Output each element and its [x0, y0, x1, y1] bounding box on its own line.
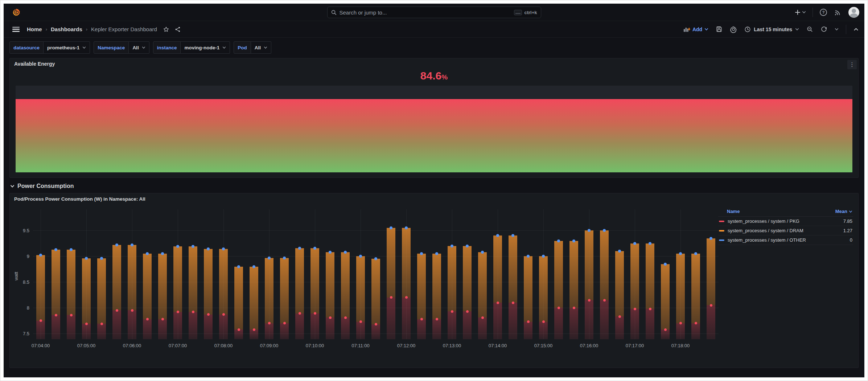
bar-segment-dram [676, 254, 685, 323]
legend-mean-header[interactable]: Mean [835, 209, 852, 214]
data-point-pkg [679, 322, 682, 324]
bar-segment-pkg [189, 312, 197, 339]
variable-pod-label[interactable]: Pod [234, 41, 251, 54]
bar-segment-dram [371, 259, 380, 324]
bar-segment-pkg [371, 324, 380, 339]
legend-row-pkg[interactable]: system_processes / system / PKG 7.85 [718, 217, 853, 226]
bar-segment-pkg [554, 308, 563, 339]
data-point-other [313, 247, 316, 250]
bar-segment-dram [112, 245, 121, 310]
variable-pod: Pod All [234, 41, 271, 54]
search-placeholder: Search or jump to... [340, 9, 511, 16]
gauge-empty-segment [16, 86, 852, 99]
bar-segment-dram [402, 228, 411, 298]
refresh-icon[interactable] [820, 26, 827, 33]
toolbar-divider [846, 25, 846, 34]
variable-instance-label[interactable]: instance [153, 41, 181, 54]
help-icon[interactable]: ? [819, 8, 827, 16]
grafana-app: Search or jump to... ctrl+k ? Home › [4, 4, 864, 377]
row-power-consumption[interactable]: Power Consumption [10, 183, 859, 189]
bar-segment-dram [417, 254, 426, 319]
bar-segment-dram [524, 256, 532, 321]
data-point-pkg [618, 315, 621, 318]
share-icon[interactable] [174, 26, 181, 33]
data-point-other [100, 257, 103, 260]
breadcrumb-separator: › [86, 26, 87, 32]
bar-segment-pkg [52, 315, 60, 339]
data-point-pkg [100, 323, 103, 325]
power-chart-title[interactable]: Pod/Process Power Consumption (W) in Nam… [10, 193, 858, 202]
new-menu-button[interactable] [795, 9, 806, 15]
grid-line-horizontal [33, 230, 719, 231]
bar-segment-dram [493, 235, 502, 303]
breadcrumb-dashboards[interactable]: Dashboards [51, 26, 82, 32]
data-point-pkg [695, 322, 697, 324]
bar-segment-dram [204, 249, 213, 314]
x-tick-label: 07:06:00 [123, 343, 141, 348]
series-color-dram [719, 230, 724, 232]
bar-segment-pkg [204, 315, 213, 339]
panel-menu-icon[interactable]: ⋮ [847, 60, 857, 69]
bar-segment-dram [585, 230, 593, 300]
bar-segment-dram [326, 252, 334, 318]
data-point-other [709, 237, 712, 240]
data-point-pkg [344, 316, 347, 319]
bar-segment-dram [691, 254, 700, 323]
data-point-pkg [573, 307, 575, 309]
breadcrumb-home[interactable]: Home [27, 26, 42, 32]
user-avatar[interactable] [848, 7, 859, 18]
variable-datasource-label[interactable]: datasource [9, 41, 44, 54]
collapse-up-icon[interactable] [853, 27, 859, 32]
bar-segment-pkg [82, 324, 91, 339]
add-panel-button[interactable]: Add [683, 26, 708, 32]
bar-segment-pkg [478, 318, 487, 339]
variable-instance-value[interactable]: moving-node-1 [181, 41, 230, 54]
bar-segment-pkg [509, 303, 517, 339]
dashboard-canvas: datasource prometheus-1 Namespace All in… [4, 38, 864, 377]
bar-segment-pkg [691, 323, 700, 339]
bar-segment-pkg [600, 300, 609, 339]
keyboard-icon [514, 10, 522, 15]
bar-segment-pkg [67, 315, 75, 339]
save-dashboard-button[interactable] [716, 26, 723, 33]
data-point-pkg [40, 319, 42, 322]
bar-segment-dram [509, 235, 517, 303]
available-energy-title[interactable]: Available Energy [14, 61, 55, 67]
menu-toggle-icon[interactable] [12, 27, 20, 32]
bar-segment-pkg [112, 310, 121, 339]
x-tick-label: 07:09:00 [260, 343, 279, 348]
variable-pod-value[interactable]: All [251, 41, 271, 54]
variable-namespace-value[interactable]: All [129, 41, 149, 54]
zoom-out-time-icon[interactable] [806, 26, 813, 33]
y-tick-label: 8.5 [23, 279, 33, 285]
chart-plot-area: 7.588.599.507:04:0007:05:0007:06:0007:07… [33, 209, 719, 339]
legend-row-other[interactable]: system_processes / system / OTHER 0 [718, 235, 853, 245]
legend-row-dram[interactable]: system_processes / system / DRAM 1.27 [718, 226, 853, 235]
variable-namespace-label[interactable]: Namespace [94, 41, 129, 54]
bar-segment-dram [356, 256, 365, 321]
bar-segment-dram [387, 228, 395, 298]
data-point-pkg [481, 316, 484, 319]
variables-row: datasource prometheus-1 Namespace All in… [9, 41, 859, 54]
data-point-other [481, 251, 484, 254]
bar-segment-pkg [402, 298, 411, 339]
data-point-pkg [131, 309, 133, 312]
data-point-other [237, 265, 240, 268]
time-range-picker[interactable]: Last 15 minutes [744, 26, 799, 33]
legend-name-header[interactable]: Name [727, 209, 740, 214]
data-point-other [252, 265, 255, 268]
data-point-pkg [283, 322, 286, 324]
grafana-logo-icon[interactable] [12, 8, 21, 17]
refresh-interval-dropdown[interactable] [835, 27, 839, 31]
dashboard-settings-icon[interactable] [730, 26, 737, 33]
bar-segment-dram [432, 254, 441, 319]
search-input[interactable]: Search or jump to... ctrl+k [327, 7, 541, 18]
row-collapse-chevron-icon [10, 184, 15, 188]
bar-segment-pkg [265, 323, 273, 339]
variable-datasource-value[interactable]: prometheus-1 [44, 41, 90, 54]
data-point-pkg [161, 318, 164, 320]
available-energy-gauge [16, 86, 852, 172]
news-icon[interactable] [834, 8, 842, 16]
data-point-pkg [299, 312, 301, 315]
favorite-star-icon[interactable] [163, 26, 169, 33]
